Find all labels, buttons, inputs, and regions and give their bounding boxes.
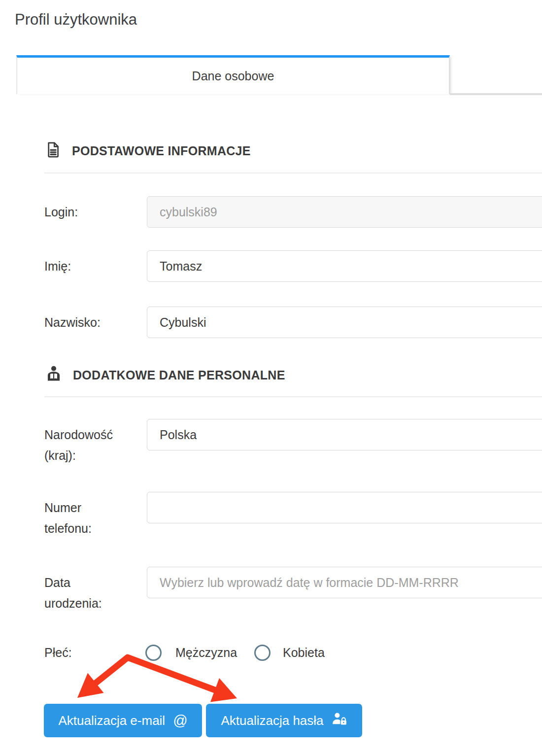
radio-female[interactable] bbox=[254, 645, 271, 661]
phone-label: Numer telefonu: bbox=[44, 497, 131, 539]
at-icon: @ bbox=[173, 714, 187, 728]
person-reading-icon bbox=[44, 365, 63, 385]
gender-label: Płeć: bbox=[44, 645, 72, 661]
birth-date-label: Data urodzenia: bbox=[44, 572, 131, 614]
update-password-label: Aktualizacja hasła bbox=[221, 713, 323, 728]
login-field bbox=[147, 196, 542, 228]
field-row-birth-date: Data urodzenia: bbox=[44, 567, 542, 598]
first-name-field[interactable] bbox=[147, 250, 542, 282]
radio-female-label: Kobieta bbox=[283, 645, 325, 661]
last-name-field[interactable] bbox=[147, 307, 542, 338]
nationality-label: Narodowość (kraj): bbox=[44, 424, 131, 466]
field-row-gender: Płeć: Mężczyzna Kobieta bbox=[44, 645, 542, 661]
field-row-login: Login: bbox=[44, 196, 542, 228]
section-additional-data: DODATKOWE DANE PERSONALNE bbox=[44, 365, 285, 385]
tabbar-bottom-border bbox=[450, 93, 542, 95]
update-email-button[interactable]: Aktualizacja e-mail @ bbox=[44, 704, 202, 737]
divider bbox=[44, 396, 542, 397]
field-row-phone: Numer telefonu: bbox=[44, 492, 542, 523]
nationality-field[interactable] bbox=[147, 419, 542, 450]
birth-date-field[interactable] bbox=[147, 567, 542, 598]
section-basic-info: PODSTAWOWE INFORMACJE bbox=[44, 141, 251, 161]
section-title: DODATKOWE DANE PERSONALNE bbox=[73, 368, 285, 382]
field-row-last-name: Nazwisko: bbox=[44, 307, 542, 338]
last-name-label: Nazwisko: bbox=[44, 312, 131, 333]
section-title: PODSTAWOWE INFORMACJE bbox=[72, 144, 251, 158]
arrowhead-left bbox=[77, 673, 104, 698]
login-label: Login: bbox=[44, 202, 131, 222]
divider bbox=[44, 172, 542, 173]
field-row-first-name: Imię: bbox=[44, 250, 542, 282]
field-row-nationality: Narodowość (kraj): bbox=[44, 419, 542, 450]
radio-male-label: Mężczyzna bbox=[175, 645, 237, 661]
first-name-label: Imię: bbox=[44, 256, 131, 276]
update-email-label: Aktualizacja e-mail bbox=[58, 713, 165, 728]
update-password-button[interactable]: Aktualizacja hasła bbox=[206, 704, 362, 737]
tab-label: Dane osobowe bbox=[192, 69, 274, 83]
radio-male[interactable] bbox=[145, 645, 162, 661]
phone-field[interactable] bbox=[147, 492, 542, 523]
person-lock-icon bbox=[332, 712, 347, 729]
page-title: Profil użytkownika bbox=[15, 11, 137, 29]
arrowhead-right bbox=[210, 678, 237, 702]
tab-dane-osobowe[interactable]: Dane osobowe bbox=[16, 55, 450, 94]
document-icon bbox=[44, 141, 62, 161]
